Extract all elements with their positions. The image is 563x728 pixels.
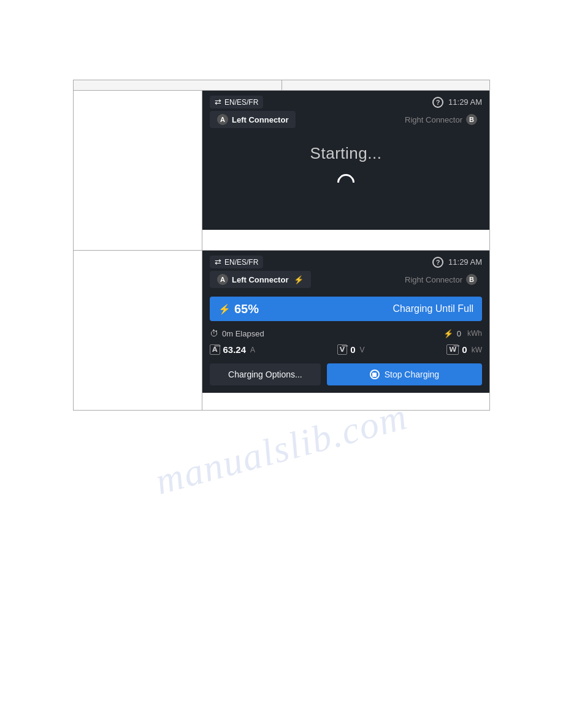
lang-text-2: EN/ES/FR — [224, 258, 258, 267]
lang-badge-1[interactable]: ⇄ EN/ES/FR — [210, 96, 263, 108]
stop-charging-icon — [370, 370, 380, 379]
amperage-metric: A͞ 63.24 A — [210, 344, 255, 355]
progress-lightning-icon: ⚡ — [218, 303, 231, 315]
tab-right-label-2: Right Connector — [405, 275, 462, 284]
loading-spinner — [337, 174, 354, 191]
ev-topbar-1: ⇄ EN/ES/FR ? 11:29 AM — [202, 91, 489, 111]
elapsed-text: 0m Elapsed — [222, 329, 264, 338]
watermark: manualslib.com — [151, 395, 412, 504]
voltage-metric: V͞ 0 V — [337, 344, 365, 355]
lang-text-1: EN/ES/FR — [224, 98, 258, 107]
translate-icon-2: ⇄ — [215, 257, 221, 267]
table-header-row — [74, 80, 489, 91]
lang-badge-2[interactable]: ⇄ EN/ES/FR — [210, 256, 263, 268]
ev-buttons-row: Charging Options... Stop Charging — [202, 358, 489, 393]
stop-charging-label: Stop Charging — [385, 370, 440, 379]
time-display-1: 11:29 AM — [448, 97, 482, 107]
power-unit: kW — [472, 346, 482, 354]
kwh-unit-text: kWh — [467, 329, 482, 338]
voltage-icon: V͞ — [337, 344, 348, 355]
progress-pct: ⚡ 65% — [218, 302, 259, 316]
page-container: ⇄ EN/ES/FR ? 11:29 AM A Left Connector — [0, 0, 563, 728]
until-full-text: Charging Until Full — [393, 303, 473, 314]
badge-a-2: A — [217, 274, 228, 285]
amperage-icon: A͞ — [210, 344, 220, 355]
table-cell-left-1 — [74, 91, 202, 250]
voltage-unit: V — [360, 346, 365, 354]
elapsed-stat: ⏱ 0m Elapsed — [210, 328, 264, 338]
ev-screen-1: ⇄ EN/ES/FR ? 11:29 AM A Left Connector — [202, 91, 489, 230]
stats-row-2: A͞ 63.24 A V͞ 0 V W͞ 0 — [202, 342, 489, 358]
topbar-right-2: ? 11:29 AM — [432, 257, 482, 268]
stop-icon-inner — [372, 373, 377, 377]
tab-left-label-2: Left Connector — [232, 275, 288, 284]
topbar-right-1: ? 11:29 AM — [432, 97, 482, 108]
amperage-val: 63.24 — [223, 344, 247, 355]
table-row-2: ⇄ EN/ES/FR ? 11:29 AM A Left Connector — [74, 251, 489, 410]
starting-text: Starting... — [310, 144, 382, 163]
table-row-1: ⇄ EN/ES/FR ? 11:29 AM A Left Connector — [74, 91, 489, 251]
stop-charging-button[interactable]: Stop Charging — [327, 363, 482, 385]
power-icon: W͞ — [446, 344, 459, 355]
voltage-val: 0 — [350, 344, 355, 355]
progress-bar-bg: ⚡ 65% Charging Until Full — [210, 297, 482, 321]
ev-tabs-1: A Left Connector Right Connector B — [202, 111, 489, 132]
badge-b-2: B — [466, 274, 477, 285]
main-table: ⇄ EN/ES/FR ? 11:29 AM A Left Connector — [73, 80, 490, 411]
charging-lightning-tab: ⚡ — [294, 275, 304, 284]
kwh-val-text: 0 — [457, 329, 461, 338]
kwh-stat: ⚡ 0 kWh — [443, 329, 482, 338]
help-icon-1[interactable]: ? — [432, 97, 443, 108]
ev-screen-2: ⇄ EN/ES/FR ? 11:29 AM A Left Connector — [202, 251, 489, 393]
tab-left-connector-2[interactable]: A Left Connector ⚡ — [210, 271, 311, 288]
ev-topbar-2: ⇄ EN/ES/FR ? 11:29 AM — [202, 251, 489, 271]
table-cell-left-2 — [74, 251, 202, 410]
power-metric: W͞ 0 kW — [446, 344, 482, 355]
amperage-unit: A — [250, 346, 255, 354]
time-display-2: 11:29 AM — [448, 257, 482, 267]
ev-tabs-2: A Left Connector ⚡ Right Connector B — [202, 271, 489, 292]
tab-right-connector-2[interactable]: Right Connector B — [400, 271, 482, 288]
charging-options-button[interactable]: Charging Options... — [210, 363, 321, 385]
tab-right-label-1: Right Connector — [405, 115, 462, 124]
help-icon-2[interactable]: ? — [432, 257, 443, 268]
translate-icon-1: ⇄ — [215, 97, 221, 107]
table-cell-right-1: ⇄ EN/ES/FR ? 11:29 AM A Left Connector — [202, 91, 489, 250]
ev-content-starting: Starting... — [202, 132, 489, 230]
power-val: 0 — [462, 344, 467, 355]
progress-percent-text: 65% — [234, 302, 259, 316]
bolt-icon-kwh: ⚡ — [443, 329, 453, 338]
header-cell-right — [282, 80, 490, 90]
badge-b-1: B — [466, 114, 477, 125]
badge-a-1: A — [217, 114, 228, 125]
tab-right-connector-1[interactable]: Right Connector B — [400, 111, 482, 128]
table-cell-right-2: ⇄ EN/ES/FR ? 11:29 AM A Left Connector — [202, 251, 489, 410]
header-cell-left — [74, 80, 282, 90]
tab-left-label-1: Left Connector — [232, 115, 288, 124]
progress-bar-row: ⚡ 65% Charging Until Full — [202, 292, 489, 325]
stats-row-1: ⏱ 0m Elapsed ⚡ 0 kWh — [202, 325, 489, 342]
clock-icon: ⏱ — [210, 328, 218, 338]
tab-left-connector-1[interactable]: A Left Connector — [210, 111, 296, 128]
